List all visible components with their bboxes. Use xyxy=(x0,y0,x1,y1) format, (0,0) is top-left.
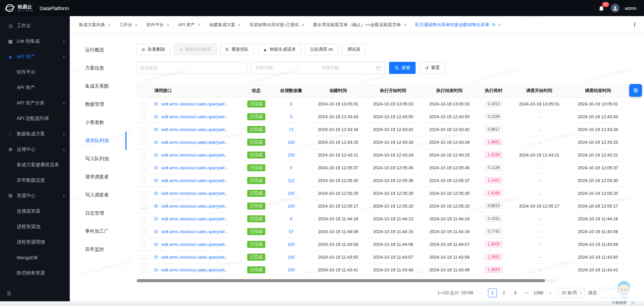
sidebar-item-lite-integration[interactable]: ▦Lite 轻集成∨ xyxy=(0,34,70,49)
tab-workbench[interactable]: 工作台× xyxy=(115,16,142,34)
interface-link[interactable]: wdt.wms.stockout.sales.querywit... xyxy=(161,140,228,145)
prev-page-button[interactable]: ‹ xyxy=(477,289,485,297)
row-checkbox[interactable] xyxy=(141,102,146,106)
processed-count-link[interactable]: 150 xyxy=(287,152,295,158)
avatar[interactable] xyxy=(611,4,620,12)
processed-count-link[interactable]: 0 xyxy=(290,165,292,170)
select-all-checkbox[interactable] xyxy=(141,89,146,93)
sidebar-item-api-assets[interactable]: ◈API 资产∧ xyxy=(0,49,70,64)
processed-count-link[interactable]: 112 xyxy=(288,178,295,183)
processed-count-link[interactable]: 0 xyxy=(290,101,292,106)
processed-count-link[interactable]: 150 xyxy=(287,140,295,145)
sidebar-item-data-integration[interactable]: ∴数据集成方案∨ xyxy=(0,126,70,142)
page-button-1288[interactable]: 1288 xyxy=(534,289,543,297)
next-page-button[interactable]: › xyxy=(546,289,555,297)
interface-link[interactable]: wdt.wms.stockout.sales.querywit... xyxy=(161,216,228,221)
processed-count-link[interactable]: 71 xyxy=(289,127,293,132)
interface-link[interactable]: wdt.wms.stockout.sales.querywit... xyxy=(161,242,228,247)
sidebar-item-exception-overview[interactable]: 异常数据总览 xyxy=(0,173,70,188)
row-checkbox[interactable] xyxy=(141,242,146,247)
tab-integration-scheme-list[interactable]: 集成方案列表× xyxy=(74,16,115,34)
sidebar-item-resource-center[interactable]: ⌘资源中心∧ xyxy=(0,188,70,204)
row-checkbox[interactable] xyxy=(141,166,146,170)
assistant-mascot[interactable]: 小青助理 xyxy=(610,280,636,305)
requeue-button[interactable]: ↻重新排队 xyxy=(220,44,254,55)
row-checkbox[interactable] xyxy=(141,115,146,119)
interface-link[interactable]: wdt.wms.stockout.sales.querywit... xyxy=(161,267,228,272)
submenu-item-request-scheduler[interactable]: 请求调度者 xyxy=(70,168,126,186)
sidebar-item-api-adapter-list[interactable]: API 适配器列表 xyxy=(0,111,70,126)
scrollbar-thumb[interactable] xyxy=(137,279,545,282)
page-button-2[interactable]: 2 xyxy=(499,289,508,297)
sidebar-item-api-assets-sub[interactable]: API 资产 xyxy=(0,80,70,95)
batch-delete-button[interactable]: ⊖批量删除 xyxy=(136,44,170,55)
processed-count-link[interactable]: 150 xyxy=(287,242,295,247)
reset-button[interactable]: ↺ 重置 xyxy=(420,62,445,74)
submenu-item-write-queue-pool[interactable]: 写入队列池 xyxy=(70,150,126,168)
page-size-select[interactable]: 20 条/页 ▾ xyxy=(558,288,585,298)
sidebar-collapse-button[interactable]: ☰ xyxy=(0,287,70,301)
assistant-toggle[interactable] xyxy=(628,301,634,305)
submenu-item-log-management[interactable]: 日志管理 xyxy=(70,204,126,222)
interface-link[interactable]: wdt.wms.stockout.sales.querywit... xyxy=(161,152,228,158)
schedule-now-button[interactable]: 立刻调度 ds xyxy=(305,44,338,55)
debugger-button[interactable]: 调试器 xyxy=(342,44,366,55)
submenu-item-exception-monitor[interactable]: 异常监控 xyxy=(70,241,126,259)
submenu-item-integration-graph[interactable]: 集成关系图 xyxy=(70,77,126,95)
row-checkbox[interactable] xyxy=(141,229,146,234)
sidebar-item-process-detail[interactable]: 进程资源明细 xyxy=(0,234,70,250)
row-checkbox[interactable] xyxy=(141,191,146,196)
interface-link[interactable]: wdt.wms.stockout.sales.querywit... xyxy=(161,178,228,183)
page-button-1[interactable]: 1 xyxy=(488,289,497,297)
interface-link[interactable]: wdt.wms.stockout.sales.querywit... xyxy=(161,101,228,106)
row-checkbox[interactable] xyxy=(141,255,146,260)
processed-count-link[interactable]: 0 xyxy=(290,216,292,221)
end-date-input[interactable]: 结束日期 xyxy=(322,65,376,71)
tab-close-icon[interactable]: × xyxy=(238,22,240,28)
settings-gear-button[interactable] xyxy=(629,84,642,97)
interface-link[interactable]: wdt.wms.stockout.sales.querywit... xyxy=(161,114,228,119)
sidebar-item-static-mapping[interactable]: 静态映射资源 xyxy=(0,265,70,281)
sidebar-item-workbench[interactable]: ◷工作台 xyxy=(0,18,70,34)
sidebar-item-api-asset-category[interactable]: API 资产分类∨ xyxy=(0,95,70,111)
tab-close-icon[interactable]: × xyxy=(404,22,406,28)
interface-link[interactable]: wdt.wms.stockout.sales.querywit... xyxy=(161,204,228,209)
tab-jushuitan-purchase-return[interactable]: 聚水潭采购退货单（确认）=>金蝶采购退货单× xyxy=(309,16,411,34)
tab-close-icon[interactable]: × xyxy=(302,22,304,28)
sidebar-item-ops-center[interactable]: ⚙运维中心∧ xyxy=(0,142,70,157)
processed-count-link[interactable]: 150 xyxy=(287,191,295,196)
tab-close-icon[interactable]: × xyxy=(498,22,501,28)
row-checkbox[interactable] xyxy=(141,178,146,183)
processed-count-link[interactable]: 150 xyxy=(287,255,295,260)
date-range-picker[interactable]: 开始日期 → 结束日期 xyxy=(251,62,385,74)
sidebar-item-software-platform[interactable]: 软件平台 xyxy=(0,64,70,80)
row-checkbox[interactable] xyxy=(141,140,146,145)
row-checkbox[interactable] xyxy=(141,153,146,158)
tab-wangdiantong-sales-outbound[interactable]: 旺店通销售出库单对接金蝶销售出库单↻× xyxy=(411,16,505,34)
tab-close-icon[interactable]: × xyxy=(166,22,169,28)
tab-refresh-icon[interactable]: ↻ xyxy=(492,22,495,27)
queue-status-input[interactable] xyxy=(136,62,247,74)
row-checkbox[interactable] xyxy=(141,217,146,221)
submenu-item-scheme-info[interactable]: 方案信息 xyxy=(70,59,126,77)
search-button[interactable]: 搜索 xyxy=(389,62,416,74)
submenu-item-data-management[interactable]: 数据管理 xyxy=(70,95,126,114)
row-checkbox[interactable] xyxy=(141,127,146,132)
tab-close-icon[interactable]: × xyxy=(198,22,200,28)
tabbar-more-icon[interactable]: ⋮ xyxy=(629,21,641,28)
tab-create-integration-scheme[interactable]: 创建集成方案× xyxy=(205,16,245,34)
interface-link[interactable]: wdt.wms.stockout.sales.querywit... xyxy=(161,165,228,170)
tab-software-platform[interactable]: 软件平台× xyxy=(142,16,173,34)
interface-link[interactable]: wdt.wms.stockout.sales.querywit... xyxy=(161,255,228,260)
processed-count-link[interactable]: 150 xyxy=(287,204,295,209)
page-button-3[interactable]: 3 xyxy=(511,289,520,297)
submenu-item-event-factory[interactable]: 事件加工厂 xyxy=(70,222,126,241)
delete-selected-button[interactable]: ⊘删除选中数据 xyxy=(174,44,217,55)
processed-count-link[interactable]: 0 xyxy=(290,114,292,119)
start-date-input[interactable]: 开始日期 xyxy=(255,65,309,71)
row-checkbox[interactable] xyxy=(141,204,146,209)
sidebar-item-process-pool[interactable]: 进程资源池 xyxy=(0,219,70,234)
sidebar-item-mongodb[interactable]: MongoDB xyxy=(0,250,70,265)
row-checkbox[interactable] xyxy=(141,268,146,272)
sidebar-item-connector-resource[interactable]: 连接器资源 xyxy=(0,204,70,219)
